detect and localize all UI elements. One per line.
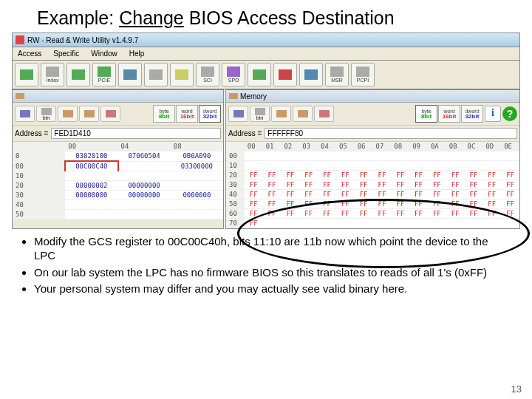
hex-cell[interactable] (299, 151, 318, 161)
hex-cell[interactable]: FF (428, 190, 446, 200)
hex-cell[interactable]: FF (281, 209, 299, 219)
hex-cell[interactable]: FF (465, 190, 483, 200)
tool-icon[interactable] (58, 106, 78, 122)
hex-cell[interactable] (465, 151, 483, 161)
address-input[interactable] (265, 128, 517, 139)
hex-cell[interactable] (263, 161, 282, 171)
tool-icon[interactable] (271, 106, 291, 122)
hex-cell[interactable]: FF (245, 209, 263, 219)
toolbar-btn[interactable] (273, 63, 297, 86)
hex-cell[interactable] (373, 219, 392, 228)
hex-cell[interactable] (118, 171, 171, 181)
menu-window[interactable]: Window (89, 49, 120, 58)
bin-icon[interactable]: bin (36, 106, 56, 122)
hex-cell[interactable] (336, 219, 355, 228)
width-16bit[interactable]: word16bit (438, 105, 460, 123)
hex-cell[interactable]: FF (501, 209, 519, 219)
hex-cell[interactable]: FF (409, 171, 428, 180)
hex-cell[interactable]: FF (465, 209, 483, 219)
hex-cell[interactable]: FF (299, 190, 318, 200)
toolbar-btn-index[interactable]: Index (41, 63, 64, 86)
hex-cell[interactable]: FF (482, 180, 501, 190)
save-icon[interactable] (228, 106, 248, 122)
hex-cell[interactable] (171, 181, 223, 191)
hex-cell[interactable] (318, 151, 336, 161)
width-8bit[interactable]: byte8bit (153, 105, 175, 123)
width-16bit[interactable]: word16bit (176, 105, 198, 123)
hex-cell[interactable]: FF (373, 200, 392, 209)
hex-cell[interactable]: FF (501, 180, 519, 190)
toolbar-btn[interactable] (118, 63, 142, 86)
hex-cell[interactable]: FF (482, 171, 501, 180)
toolbar-btn[interactable] (66, 63, 90, 86)
toolbar-btn-pcie[interactable]: PCIE (92, 63, 116, 86)
hex-cell[interactable] (465, 161, 483, 171)
width-32bit[interactable]: dword32bit (461, 105, 483, 123)
hex-cell[interactable]: 0B0A090 (171, 151, 223, 162)
hex-cell[interactable] (446, 219, 465, 228)
hex-cell[interactable]: FF (299, 200, 318, 209)
hex-cell[interactable] (245, 151, 263, 161)
hex-cell[interactable] (373, 161, 392, 171)
hex-cell[interactable]: FF (428, 209, 446, 219)
hex-cell[interactable] (263, 151, 282, 161)
toolbar-btn-sci[interactable]: SCI (196, 63, 219, 86)
hex-cell[interactable]: FF (409, 200, 428, 209)
hex-cell[interactable]: FF (446, 209, 465, 219)
hex-cell[interactable] (391, 151, 409, 161)
hex-cell[interactable]: FF (318, 171, 336, 180)
hex-cell[interactable] (118, 210, 171, 219)
hex-cell[interactable]: FF (428, 171, 446, 180)
menu-specific[interactable]: Specific (51, 49, 81, 58)
hex-cell[interactable]: FF (409, 190, 428, 200)
hex-cell[interactable] (281, 161, 299, 171)
hex-cell[interactable]: FF (355, 200, 373, 209)
hex-cell[interactable] (428, 219, 446, 228)
hex-cell[interactable]: FF (501, 190, 519, 200)
menu-help[interactable]: Help (127, 49, 147, 58)
info-icon[interactable]: i (485, 106, 501, 122)
hex-cell[interactable]: FF (336, 190, 355, 200)
hex-cell[interactable]: FF (465, 171, 483, 180)
hex-cell[interactable]: FF (299, 171, 318, 180)
hex-cell[interactable] (336, 151, 355, 161)
hex-cell[interactable] (482, 219, 501, 228)
toolbar-btn[interactable] (170, 63, 194, 86)
hex-cell[interactable]: FF (318, 200, 336, 209)
hex-cell[interactable]: FF (263, 200, 282, 209)
hex-cell[interactable] (482, 151, 501, 161)
hex-cell[interactable] (355, 161, 373, 171)
hex-cell[interactable]: FF (281, 180, 299, 190)
hex-cell[interactable] (171, 210, 223, 219)
hex-cell[interactable]: 07060504 (118, 151, 171, 162)
hex-cell[interactable]: FF (428, 180, 446, 190)
toolbar-btn[interactable] (144, 63, 168, 86)
toolbar-btn-spd[interactable]: SPD (222, 63, 245, 86)
hex-cell[interactable] (299, 219, 318, 228)
hex-cell[interactable] (391, 161, 409, 171)
hex-cell[interactable]: FF (482, 190, 501, 200)
toolbar-btn[interactable] (299, 63, 323, 86)
hex-cell[interactable]: FF (299, 209, 318, 219)
hex-cell[interactable]: FF (336, 171, 355, 180)
hex-cell[interactable]: FF (299, 180, 318, 190)
hex-cell[interactable] (428, 161, 446, 171)
hex-cell[interactable] (281, 219, 299, 228)
hex-cell[interactable]: FF (446, 171, 465, 180)
hex-cell[interactable]: FF (281, 200, 299, 209)
hex-cell[interactable]: FF (391, 190, 409, 200)
hex-cell[interactable]: FF (318, 180, 336, 190)
refresh-icon[interactable] (314, 106, 334, 122)
save-icon[interactable] (15, 106, 35, 122)
hex-cell[interactable] (118, 200, 171, 210)
hex-cell[interactable]: FF (281, 171, 299, 180)
hex-cell[interactable]: FF (245, 200, 263, 209)
toolbar-btn[interactable] (15, 63, 38, 86)
hex-cell[interactable]: FF (263, 209, 282, 219)
hex-cell[interactable] (118, 161, 171, 171)
hex-cell[interactable] (409, 219, 428, 228)
hex-cell[interactable] (409, 161, 428, 171)
hex-cell[interactable]: FF (373, 209, 392, 219)
hex-cell[interactable]: FF (428, 200, 446, 209)
hex-cell[interactable] (171, 171, 223, 181)
